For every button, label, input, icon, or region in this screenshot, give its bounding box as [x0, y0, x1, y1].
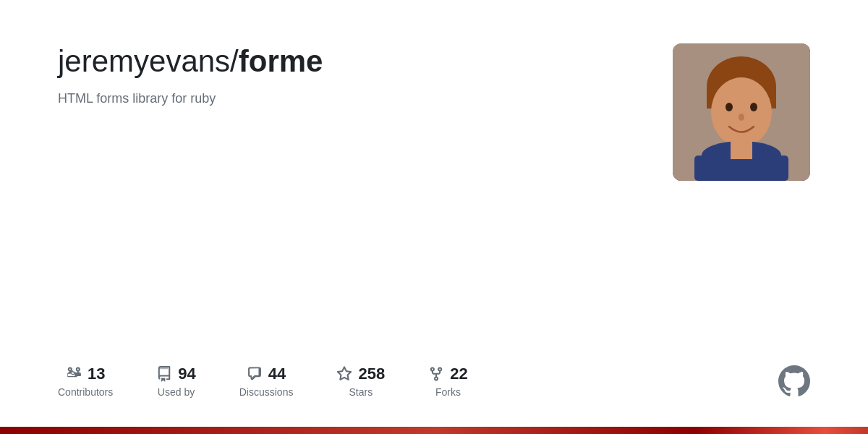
stat-item-discussions[interactable]: 44 Discussions: [239, 365, 294, 398]
repo-description: HTML forms library for ruby: [58, 91, 323, 106]
main-content: jeremyevans/forme HTML forms library for…: [0, 0, 868, 427]
stat-item-used-by[interactable]: 94 Used by: [156, 365, 195, 398]
contributors-icon: [66, 366, 82, 383]
forks-label: Forks: [435, 386, 461, 398]
avatar-image: [673, 43, 810, 181]
stat-item-stars[interactable]: 258 Stars: [336, 365, 385, 398]
stat-top-contributors: 13: [66, 365, 105, 383]
stat-top-stars: 258: [336, 365, 385, 383]
bottom-bar: [0, 427, 868, 434]
discussions-label: Discussions: [239, 386, 294, 398]
stars-icon: [336, 366, 352, 383]
stat-item-contributors[interactable]: 13 Contributors: [58, 365, 113, 398]
stat-top-discussions: 44: [247, 365, 286, 383]
svg-point-5: [750, 103, 757, 111]
stat-top-forks: 22: [428, 365, 467, 383]
stars-label: Stars: [349, 386, 373, 398]
header-section: jeremyevans/forme HTML forms library for…: [58, 43, 810, 181]
contributors-label: Contributors: [58, 386, 113, 398]
github-icon-container[interactable]: [778, 365, 810, 397]
stat-top-used-by: 94: [156, 365, 195, 383]
repo-owner[interactable]: jeremyevans/: [58, 44, 239, 78]
stat-item-forks[interactable]: 22 Forks: [428, 365, 467, 398]
svg-point-6: [739, 114, 744, 121]
forks-icon: [428, 366, 444, 383]
contributors-count: 13: [88, 365, 105, 383]
svg-point-4: [726, 103, 733, 111]
repo-name[interactable]: forme: [239, 44, 323, 78]
used-by-icon: [156, 366, 172, 383]
repo-title: jeremyevans/forme: [58, 43, 323, 80]
used-by-count: 94: [178, 365, 195, 383]
discussions-count: 44: [268, 365, 286, 383]
stars-count: 258: [358, 365, 385, 383]
svg-rect-9: [731, 141, 752, 159]
github-icon: [778, 365, 810, 397]
used-by-label: Used by: [158, 386, 195, 398]
avatar-svg: [673, 43, 810, 181]
title-area: jeremyevans/forme HTML forms library for…: [58, 43, 323, 106]
forks-count: 22: [450, 365, 467, 383]
stats-section: 13 Contributors 94 Used by: [58, 336, 810, 398]
avatar: [673, 43, 810, 181]
svg-point-3: [711, 77, 772, 147]
discussions-icon: [247, 366, 263, 383]
